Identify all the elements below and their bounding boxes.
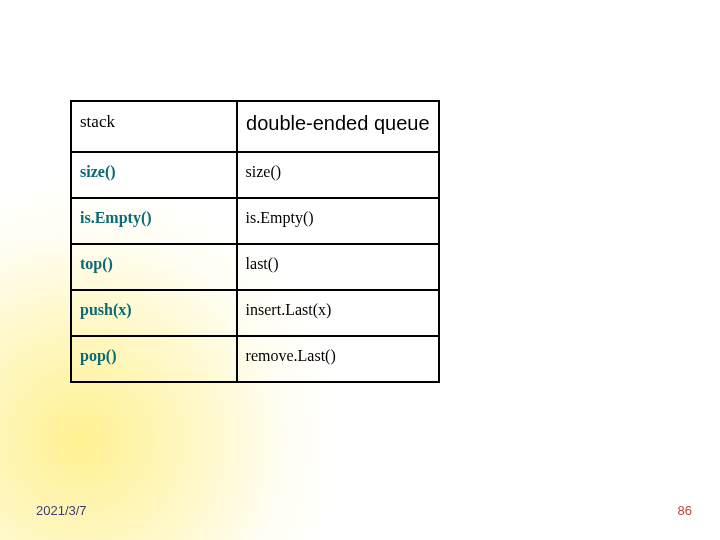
- cell-deque-op: size(): [237, 152, 439, 198]
- table-row: top() last(): [71, 244, 439, 290]
- cell-deque-op: last(): [237, 244, 439, 290]
- cell-deque-op: insert.Last(x): [237, 290, 439, 336]
- table-row: pop() remove.Last(): [71, 336, 439, 382]
- table-header-row: stack double-ended queue: [71, 101, 439, 152]
- header-deque: double-ended queue: [237, 101, 439, 152]
- footer-date: 2021/3/7: [36, 503, 87, 518]
- table: stack double-ended queue size() size() i…: [70, 100, 440, 383]
- cell-stack-op: size(): [71, 152, 237, 198]
- cell-stack-op: top(): [71, 244, 237, 290]
- cell-stack-op: pop(): [71, 336, 237, 382]
- cell-deque-op: remove.Last(): [237, 336, 439, 382]
- cell-deque-op: is.Empty(): [237, 198, 439, 244]
- table-row: is.Empty() is.Empty(): [71, 198, 439, 244]
- table-row: size() size(): [71, 152, 439, 198]
- table-row: push(x) insert.Last(x): [71, 290, 439, 336]
- cell-stack-op: push(x): [71, 290, 237, 336]
- comparison-table: stack double-ended queue size() size() i…: [70, 100, 440, 383]
- footer-page-number: 86: [678, 503, 692, 518]
- cell-stack-op: is.Empty(): [71, 198, 237, 244]
- header-stack: stack: [71, 101, 237, 152]
